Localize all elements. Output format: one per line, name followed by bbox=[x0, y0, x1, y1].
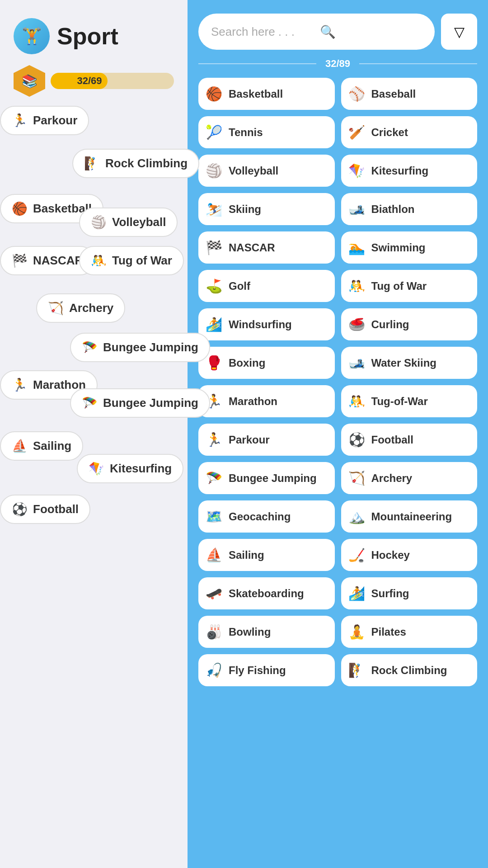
grid-item-swimming[interactable]: 🏊 Swimming bbox=[341, 231, 478, 264]
left-item-volleyball[interactable]: 🏐 Volleyball bbox=[79, 208, 178, 237]
grid-item-water-skiing[interactable]: 🎿 Water Skiing bbox=[341, 347, 478, 379]
golf-emoji: ⛳ bbox=[206, 278, 222, 294]
skiing-emoji: ⛷️ bbox=[206, 201, 222, 217]
progress-container: 📚 32/69 bbox=[14, 65, 174, 97]
left-item-bungee-jumping2[interactable]: 🪂 Bungee Jumping bbox=[70, 388, 210, 418]
app-title: Sport bbox=[57, 23, 118, 50]
grid-item-volleyball[interactable]: 🏐 Volleyball bbox=[198, 155, 335, 187]
filter-button[interactable]: ▽ bbox=[441, 14, 477, 50]
left-item-parkour[interactable]: 🏃 Parkour bbox=[0, 106, 89, 135]
grid-item-surfing[interactable]: 🏄 Surfing bbox=[341, 577, 478, 609]
football-emoji: ⚽ bbox=[348, 432, 365, 448]
archery-label: Archery bbox=[69, 301, 113, 315]
grid-item-tug-of-war[interactable]: 🤼 Tug of War bbox=[341, 270, 478, 302]
logo-title: 🏋️ Sport bbox=[14, 18, 174, 54]
football-label: Football bbox=[371, 434, 413, 446]
grid-item-parkour[interactable]: 🏃 Parkour bbox=[198, 424, 335, 456]
grid-item-basketball[interactable]: 🏀 Basketball bbox=[198, 78, 335, 110]
skiing-label: Skiing bbox=[229, 203, 261, 216]
right-panel: Search here . . . 🔍 ▽ 32/89 🏀 Basketball… bbox=[188, 0, 488, 868]
geocaching-emoji: 🗺️ bbox=[206, 509, 222, 524]
grid-item-cricket[interactable]: 🏏 Cricket bbox=[341, 116, 478, 148]
basketball-icon: 🏀 bbox=[12, 201, 28, 216]
header-area: 🏋️ Sport 📚 32/69 bbox=[0, 0, 188, 106]
grid-item-windsurfing[interactable]: 🏄 Windsurfing bbox=[198, 308, 335, 340]
pilates-label: Pilates bbox=[371, 626, 406, 638]
grid-item-fly-fishing[interactable]: 🎣 Fly Fishing bbox=[198, 654, 335, 686]
grid-item-marathon[interactable]: 🏃 Marathon bbox=[198, 385, 335, 417]
grid-item-baseball[interactable]: ⚾ Baseball bbox=[341, 78, 478, 110]
skateboarding-emoji: 🛹 bbox=[206, 585, 222, 601]
grid-item-kitesurfing[interactable]: 🪁 Kitesurfing bbox=[341, 155, 478, 187]
sailing-label: Sailing bbox=[229, 549, 264, 561]
windsurfing-emoji: 🏄 bbox=[206, 316, 222, 332]
swimming-label: Swimming bbox=[371, 241, 426, 254]
marathon-icon: 🏃 bbox=[12, 377, 28, 392]
grid-item-curling[interactable]: 🥌 Curling bbox=[341, 308, 478, 340]
volleyball-icon: 🏐 bbox=[91, 215, 107, 230]
volleyball-label: Volleyball bbox=[229, 165, 278, 177]
bungee-jumping-emoji: 🪂 bbox=[206, 470, 222, 486]
search-row: Search here . . . 🔍 ▽ bbox=[198, 14, 477, 50]
water-skiing-emoji: 🎿 bbox=[348, 355, 365, 371]
left-item-rock-climbing[interactable]: 🧗 Rock Climbing bbox=[72, 149, 199, 178]
grid-item-hockey[interactable]: 🏒 Hockey bbox=[341, 539, 478, 571]
kitesurfing-label: Kitesurfing bbox=[110, 462, 172, 476]
grid-item-bowling[interactable]: 🎳 Bowling bbox=[198, 616, 335, 648]
grid-item-geocaching[interactable]: 🗺️ Geocaching bbox=[198, 500, 335, 533]
grid-item-archery[interactable]: 🏹 Archery bbox=[341, 462, 478, 494]
grid-item-football[interactable]: ⚽ Football bbox=[341, 424, 478, 456]
kitesurfing-icon: 🪁 bbox=[89, 461, 104, 476]
grid-item-mountaineering[interactable]: 🏔️ Mountaineering bbox=[341, 500, 478, 533]
football-icon: ⚽ bbox=[12, 502, 28, 517]
search-box[interactable]: Search here . . . 🔍 bbox=[198, 14, 435, 50]
left-item-tug-of-war[interactable]: 🤼 Tug of War bbox=[79, 246, 184, 275]
bowling-emoji: 🎳 bbox=[206, 624, 222, 640]
fly-fishing-label: Fly Fishing bbox=[229, 664, 286, 677]
app-logo: 🏋️ bbox=[14, 18, 50, 54]
progress-track: 32/69 bbox=[51, 73, 174, 89]
tennis-label: Tennis bbox=[229, 126, 263, 139]
grid-item-golf[interactable]: ⛳ Golf bbox=[198, 270, 335, 302]
bowling-label: Bowling bbox=[229, 626, 271, 638]
cricket-label: Cricket bbox=[371, 126, 408, 139]
nascar-label: NASCAR bbox=[33, 254, 83, 268]
grid-item-tennis[interactable]: 🎾 Tennis bbox=[198, 116, 335, 148]
count-label: 32/89 bbox=[325, 58, 350, 70]
tennis-emoji: 🎾 bbox=[206, 124, 222, 140]
grid-item-skiing[interactable]: ⛷️ Skiing bbox=[198, 193, 335, 225]
count-line-left bbox=[198, 63, 316, 64]
grid-item-nascar[interactable]: 🏁 NASCAR bbox=[198, 231, 335, 264]
tug-of-war-icon: 🤼 bbox=[91, 253, 107, 268]
volleyball-emoji: 🏐 bbox=[206, 163, 222, 179]
hockey-emoji: 🏒 bbox=[348, 547, 365, 563]
parkour-label: Parkour bbox=[33, 113, 77, 127]
left-item-football[interactable]: ⚽ Football bbox=[0, 495, 90, 524]
grid-item-pilates[interactable]: 🧘 Pilates bbox=[341, 616, 478, 648]
count-line-right bbox=[359, 63, 477, 64]
left-panel: 🏋️ Sport 📚 32/69 🏃 Parkour 🧗 Rock Climbi… bbox=[0, 0, 188, 868]
mountaineering-emoji: 🏔️ bbox=[348, 509, 365, 524]
archery-emoji: 🏹 bbox=[348, 470, 365, 486]
grid-item-biathlon[interactable]: 🎿 Biathlon bbox=[341, 193, 478, 225]
grid-item-sailing[interactable]: ⛵ Sailing bbox=[198, 539, 335, 571]
progress-fill: 32/69 bbox=[51, 73, 108, 89]
mountaineering-label: Mountaineering bbox=[371, 510, 452, 523]
parkour-emoji: 🏃 bbox=[206, 432, 222, 448]
left-item-bungee-jumping1[interactable]: 🪂 Bungee Jumping bbox=[70, 333, 210, 362]
tug-of-war-emoji: 🤼 bbox=[348, 278, 365, 294]
grid-item-bungee-jumping[interactable]: 🪂 Bungee Jumping bbox=[198, 462, 335, 494]
search-icon[interactable]: 🔍 bbox=[320, 24, 422, 39]
skateboarding-label: Skateboarding bbox=[229, 587, 304, 600]
left-item-archery[interactable]: 🏹 Archery bbox=[36, 293, 125, 323]
grid-item-tug-of-war2[interactable]: 🤼 Tug-of-War bbox=[341, 385, 478, 417]
grid-item-skateboarding[interactable]: 🛹 Skateboarding bbox=[198, 577, 335, 609]
left-item-kitesurfing[interactable]: 🪁 Kitesurfing bbox=[77, 454, 183, 483]
grid-item-rock-climbing[interactable]: 🧗 Rock Climbing bbox=[341, 654, 478, 686]
grid-item-boxing[interactable]: 🥊 Boxing bbox=[198, 347, 335, 379]
filter-icon: ▽ bbox=[454, 24, 465, 40]
left-item-sailing[interactable]: ⛵ Sailing bbox=[0, 431, 83, 461]
sports-grid: 🏀 Basketball ⚾ Baseball 🎾 Tennis 🏏 Crick… bbox=[198, 78, 477, 686]
hex-badge: 📚 bbox=[14, 65, 45, 97]
parkour-icon: 🏃 bbox=[12, 113, 28, 128]
